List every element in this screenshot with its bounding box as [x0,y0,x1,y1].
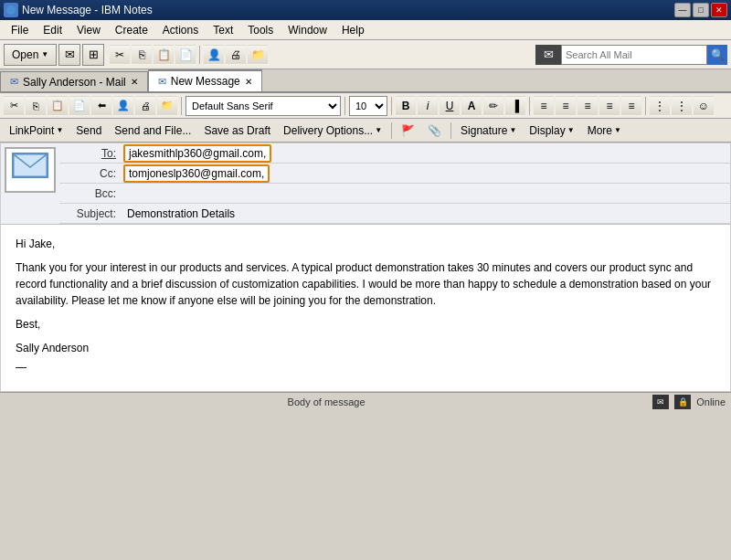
minimize-button[interactable]: — [674,3,691,17]
send-and-file-button[interactable]: Send and File... [109,122,196,139]
menu-window[interactable]: Window [281,22,334,38]
search-input[interactable] [561,45,707,65]
compose-fields: To: jakesmithlp360@gmail.com, Cc: tomjon… [59,143,730,224]
close-button[interactable]: ✕ [711,3,727,17]
title-bar-text: New Message - IBM Notes [22,4,153,16]
mail-icon-button[interactable]: ✉ [58,44,80,66]
display-arrow: ▼ [567,126,575,134]
more-button[interactable]: More ▼ [582,122,627,139]
svg-point-0 [6,5,16,15]
menu-edit[interactable]: Edit [36,22,69,38]
signature-button[interactable]: Signature ▼ [455,122,522,139]
fmt-bold[interactable]: B [396,96,416,116]
fmt-list-ol[interactable]: ≡ [556,96,576,116]
app-icon [4,3,18,17]
search-container: ✉ 🔍 [535,45,727,65]
send-button[interactable]: Send [70,122,107,139]
paste-button[interactable]: 📋 [154,45,174,65]
cut-button[interactable]: ✂ [110,45,130,65]
open-button[interactable]: Open ▼ [4,44,57,66]
display-button[interactable]: Display ▼ [524,122,579,139]
menu-help[interactable]: Help [334,22,372,38]
fmt-sep-2 [344,97,345,115]
compose-header: To: jakesmithlp360@gmail.com, Cc: tomjon… [1,143,730,225]
fmt-print[interactable]: 🖨 [135,96,155,116]
menu-tools[interactable]: Tools [240,22,281,38]
menu-bar: File Edit View Create Actions Text Tools… [0,20,731,40]
delivery-arrow: ▼ [375,126,382,134]
linkpoint-button[interactable]: LinkPoint ▼ [4,122,69,139]
fmt-paste[interactable]: 📋 [48,96,68,116]
attach-button[interactable]: 📎 [422,122,447,139]
menu-actions[interactable]: Actions [155,22,206,38]
font-selector[interactable]: Default Sans Serif [185,96,341,116]
tab-new-message-icon: ✉ [158,76,166,88]
fmt-cut[interactable]: ✂ [4,96,24,116]
menu-view[interactable]: View [69,22,108,38]
fmt-outdent[interactable]: ≡ [599,96,620,116]
fmt-more2[interactable]: ⋮ [672,96,692,116]
fmt-highlight2[interactable]: ▐ [505,96,525,116]
action-sep-2 [450,122,451,139]
fmt-emoticon[interactable]: ☺ [694,96,714,116]
fmt-sep-4 [529,97,530,115]
compose-area: To: jakesmithlp360@gmail.com, Cc: tomjon… [0,143,731,392]
subject-input[interactable] [123,205,730,223]
fmt-folder[interactable]: 📁 [157,96,177,116]
tab-sally-close[interactable]: ✕ [131,77,138,87]
email-compose-icon [5,147,56,193]
maximize-button[interactable]: □ [693,3,709,17]
fmt-sep-3 [391,97,392,115]
fmt-list-ul[interactable]: ≡ [577,96,598,116]
paste-special-button[interactable]: 📄 [175,45,196,65]
toolbar-actions: ✂ ⎘ 📋 📄 👤 🖨 📁 [110,45,268,65]
font-size-selector[interactable]: 10 [349,96,387,116]
folder-button[interactable]: 📁 [248,45,268,65]
tab-new-message-close[interactable]: ✕ [245,77,252,87]
open-dropdown-arrow: ▼ [41,50,48,58]
tab-new-message[interactable]: ✉ New Message ✕ [148,69,262,91]
fmt-person[interactable]: 👤 [113,96,133,116]
copy-button[interactable]: ⎘ [132,45,152,65]
menu-file[interactable]: File [4,22,36,38]
cc-input[interactable] [270,164,730,183]
to-value[interactable]: jakesmithlp360@gmail.com, [123,144,271,163]
status-bar: Body of message ✉ 🔒 Online [0,392,731,412]
fmt-paste2[interactable]: 📄 [69,96,90,116]
body-paragraph: Thank you for your interest in our produ… [16,259,715,309]
fmt-italic[interactable]: i [418,96,438,116]
status-icon-2: 🔒 [674,395,691,409]
menu-create[interactable]: Create [108,22,155,38]
envelope-icon [12,153,48,178]
search-button[interactable]: 🔍 [707,45,727,65]
cc-value[interactable]: tomjoneslp360@gmail.com, [123,164,270,183]
delivery-options-button[interactable]: Delivery Options... ▼ [278,122,387,139]
main-toolbar: Open ▼ ✉ ⊞ ✂ ⎘ 📋 📄 👤 🖨 📁 ✉ 🔍 [0,40,731,69]
menu-text[interactable]: Text [206,22,240,38]
fmt-font-color[interactable]: A [461,96,482,116]
fmt-sep-1 [181,97,182,115]
fmt-indent[interactable]: ⬅ [91,96,111,116]
bcc-field-row: Bcc: [59,184,730,204]
email-body[interactable]: Hi Jake, Thank you for your interest in … [1,225,730,391]
save-as-draft-button[interactable]: Save as Draft [198,122,276,139]
tab-sally-anderson[interactable]: ✉ Sally Anderson - Mail ✕ [0,71,148,91]
grid-icon-button[interactable]: ⊞ [82,44,104,66]
bcc-input[interactable] [123,185,730,203]
fmt-align-right[interactable]: ≡ [534,96,554,116]
fmt-sep-5 [645,97,646,115]
fmt-highlight[interactable]: ✏ [483,96,503,116]
fmt-more1[interactable]: ⋮ [650,96,670,116]
fmt-copy[interactable]: ⎘ [26,96,46,116]
to-field-row: To: jakesmithlp360@gmail.com, [59,143,730,164]
action-sep-1 [391,122,392,139]
fmt-underline[interactable]: U [440,96,460,116]
status-icon-1: ✉ [652,395,669,409]
mail-search-icon: ✉ [535,45,561,65]
tab-new-message-label: New Message [171,75,240,88]
to-input[interactable] [271,144,730,163]
fmt-indent2[interactable]: ≡ [621,96,641,116]
print-button[interactable]: 🖨 [226,45,246,65]
flag-button[interactable]: 🚩 [396,122,420,139]
person-button[interactable]: 👤 [204,45,224,65]
